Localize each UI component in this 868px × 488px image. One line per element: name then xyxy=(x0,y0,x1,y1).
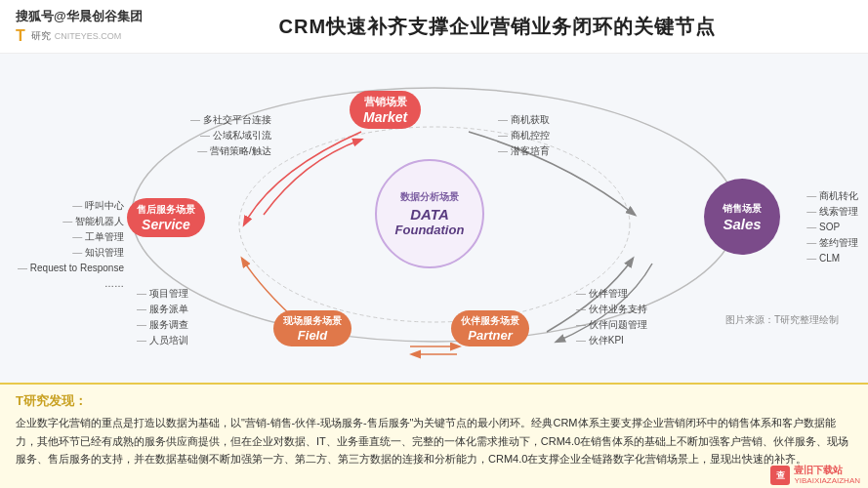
list-item: 商机获取 xyxy=(498,112,550,128)
logo-site: CNITEYES.COM xyxy=(55,31,122,41)
logo-t-letter: T xyxy=(16,27,25,45)
diagram-area: 营销场景 Market 销售场景 Sales 售后服务场景 Service 现场… xyxy=(0,54,868,405)
list-item: 伙伴问题管理 xyxy=(576,317,647,333)
field-cn-label: 现场服务场景 xyxy=(283,314,342,328)
list-item: 潜客培育 xyxy=(498,143,550,159)
partner-cn-label: 伙伴服务场景 xyxy=(461,314,519,328)
panel-title: T研究发现： xyxy=(16,392,852,410)
data-foundation-circle: 数据分析场景 DATA Foundation xyxy=(375,159,484,268)
partner-en-label: Partner xyxy=(468,328,513,343)
list-item: 呼叫中心 xyxy=(18,198,124,214)
list-item: Request to Response xyxy=(18,261,124,276)
list-item: 项目管理 xyxy=(137,286,188,302)
list-item: 多社交平台连接 xyxy=(190,112,271,128)
marketing-right-list: 商机获取 商机控控 潜客培育 xyxy=(498,112,550,159)
list-item: 线索管理 xyxy=(806,204,858,220)
sales-en-label: Sales xyxy=(723,216,761,232)
watermark-icon: 查 xyxy=(770,466,790,485)
marketing-cn-label: 营销场景 xyxy=(364,95,407,109)
sales-right-list: 商机转化 线索管理 SOP 签约管理 CLM xyxy=(806,188,858,266)
panel-text: 企业数字化营销的重点是打造以数据为基础，以"营销-销售-伙伴-现场服务-售后服务… xyxy=(16,414,852,468)
marketing-en-label: Market xyxy=(363,109,407,125)
list-item: 公域私域引流 xyxy=(190,128,271,143)
source-note: 图片来源：T研究整理绘制 xyxy=(725,313,839,327)
partner-right-list: 伙伴管理 伙伴业务支持 伙伴问题管理 伙伴KPI xyxy=(576,286,647,348)
field-en-label: Field xyxy=(298,328,327,343)
logo-bottom: T 研究 CNITEYES.COM xyxy=(16,27,143,45)
field-left-list: 项目管理 服务派单 服务调查 人员培训 xyxy=(137,286,188,348)
list-item: 服务派单 xyxy=(137,302,188,317)
watermark: 查 壹旧下载站 YIBAIXIAZAIZHAN xyxy=(770,465,860,486)
service-left-list: 呼叫中心 智能机器人 工单管理 知识管理 Request to Response… xyxy=(18,198,124,292)
list-item: 伙伴KPI xyxy=(576,333,647,348)
watermark-text: 壹旧下载站 xyxy=(794,465,860,476)
list-item: 营销策略/触达 xyxy=(190,143,271,159)
list-item: 服务调查 xyxy=(137,317,188,333)
service-badge: 售后服务场景 Service xyxy=(127,198,205,237)
list-item: CLM xyxy=(806,251,858,266)
marketing-badge: 营销场景 Market xyxy=(350,91,421,129)
list-item: 工单管理 xyxy=(18,229,124,245)
list-item-ellipsis: …… xyxy=(18,276,124,292)
logo-area: 搜狐号@华晨创谷集团 T 研究 CNITEYES.COM xyxy=(16,8,143,45)
list-item: 伙伴管理 xyxy=(576,286,647,302)
service-en-label: Service xyxy=(142,217,190,232)
list-item: 知识管理 xyxy=(18,245,124,261)
list-item: 智能机器人 xyxy=(18,214,124,229)
page-title: CRM快速补齐支撑企业营销业务闭环的关键节点 xyxy=(143,14,852,40)
logo-research: 研究 xyxy=(31,29,51,43)
list-item: 签约管理 xyxy=(806,235,858,251)
list-item: 人员培训 xyxy=(137,333,188,348)
bottom-panel: T研究发现： 企业数字化营销的重点是打造以数据为基础，以"营销-销售-伙伴-现场… xyxy=(0,383,868,488)
service-cn-label: 售后服务场景 xyxy=(137,203,195,217)
partner-badge: 伙伴服务场景 Partner xyxy=(451,310,529,346)
list-item: 伙伴业务支持 xyxy=(576,302,647,317)
data-analysis-label: 数据分析场景 xyxy=(400,190,459,204)
watermark-subtext: YIBAIXIAZAIZHAN xyxy=(794,476,860,486)
list-item: 商机转化 xyxy=(806,188,858,204)
brand-name: 搜狐号@华晨创谷集团 xyxy=(16,8,143,25)
sales-badge: 销售场景 Sales xyxy=(704,179,780,255)
watermark-text-group: 壹旧下载站 YIBAIXIAZAIZHAN xyxy=(794,465,860,486)
list-item: 商机控控 xyxy=(498,128,550,143)
sales-cn-label: 销售场景 xyxy=(723,202,762,216)
list-item: SOP xyxy=(806,220,858,235)
data-foundation-label: DATA xyxy=(410,206,448,223)
header: 搜狐号@华晨创谷集团 T 研究 CNITEYES.COM CRM快速补齐支撑企业… xyxy=(0,0,868,54)
marketing-left-list: 多社交平台连接 公域私域引流 营销策略/触达 xyxy=(190,112,271,159)
field-badge: 现场服务场景 Field xyxy=(273,310,351,346)
foundation-label: Foundation xyxy=(395,223,465,237)
